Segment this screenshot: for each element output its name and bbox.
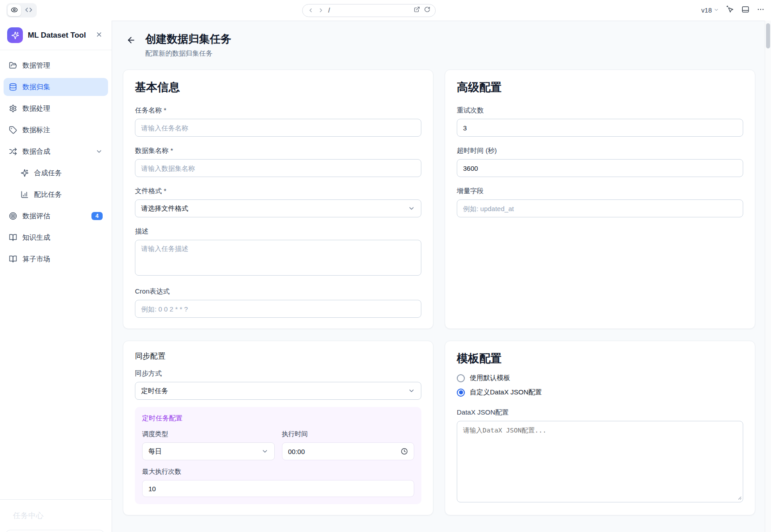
exec-time-label: 执行时间 (282, 430, 415, 438)
url-bar[interactable]: / (302, 4, 436, 17)
arrow-left-icon (126, 35, 136, 46)
sync-config-card: 同步配置 同步方式 定时任务 定时任务配置 调度类型 每日 (123, 341, 433, 515)
schedule-config-panel: 定时任务配置 调度类型 每日 执行时间 00:00 (135, 407, 421, 504)
sidebar-close-button[interactable] (94, 29, 104, 41)
sync-mode-label: 同步方式 (135, 369, 421, 378)
schedule-type-value: 每日 (148, 447, 162, 456)
template-config-card: 模板配置 使用默认模板 自定义DataX JSON配置 DataX JSON配置 (445, 341, 755, 515)
task-center-panel[interactable] (5, 530, 104, 532)
exec-time-value: 00:00 (288, 448, 305, 455)
sidebar-item-data-collection[interactable]: 数据归集 (4, 78, 108, 96)
sparkles-icon (21, 169, 29, 177)
more-menu-icon[interactable] (757, 5, 765, 15)
chevron-down-icon (714, 7, 719, 14)
cron-label: Cron表达式 (135, 287, 421, 296)
datax-json-textarea[interactable] (457, 421, 743, 502)
cron-input[interactable] (135, 300, 421, 318)
shuffle-icon (9, 147, 17, 156)
sidebar-item-data-management[interactable]: 数据管理 (4, 56, 108, 74)
select-element-icon[interactable] (726, 5, 734, 15)
resize-handle-icon[interactable] (736, 493, 741, 502)
sidebar-footer: 任务中心 (0, 499, 112, 532)
app-title: ML Dataset Tool (28, 31, 89, 40)
refresh-icon[interactable] (424, 6, 430, 14)
radio-default-template[interactable]: 使用默认模板 (457, 374, 743, 382)
description-textarea[interactable] (135, 240, 421, 276)
max-runs-input[interactable] (142, 480, 414, 497)
file-format-select[interactable]: 请选择文件格式 (135, 199, 421, 217)
target-icon (9, 212, 17, 220)
schedule-type-select[interactable]: 每日 (142, 442, 275, 460)
task-name-label: 任务名称 * (135, 106, 421, 115)
sidebar-item-label: 数据合成 (22, 147, 90, 156)
eval-count-badge: 4 (91, 212, 103, 221)
back-button[interactable] (123, 33, 139, 49)
sidebar-item-data-synthesis[interactable]: 数据合成 (4, 143, 108, 160)
sidebar-item-label: 数据归集 (22, 82, 103, 92)
chevron-down-icon (408, 205, 415, 212)
radio-custom-label: 自定义DataX JSON配置 (470, 388, 542, 397)
folder-icon (9, 61, 17, 69)
sidebar-item-label: 算子市场 (22, 255, 103, 264)
basic-info-title: 基本信息 (135, 80, 421, 95)
radio-default-label: 使用默认模板 (470, 374, 510, 382)
close-icon (95, 31, 103, 39)
sidebar-item-data-annotation[interactable]: 数据标注 (4, 121, 108, 139)
app-logo-sparkles-icon (7, 27, 23, 43)
main-content: 创建数据归集任务 配置新的数据归集任务 基本信息 任务名称 * 数据集名称 * … (112, 21, 765, 532)
code-toggle-button[interactable] (22, 4, 35, 16)
tag-icon (9, 126, 17, 134)
scrollbar-thumb[interactable] (766, 23, 770, 48)
sync-config-title: 同步配置 (135, 351, 421, 361)
advanced-config-card: 高级配置 重试次数 超时时间 (秒) 增量字段 (445, 69, 755, 329)
nav-forward-icon[interactable] (318, 7, 324, 13)
sidebar-item-label: 合成任务 (34, 169, 103, 178)
preview-toggle-button[interactable] (8, 4, 21, 16)
sync-mode-select[interactable]: 定时任务 (135, 382, 421, 400)
sidebar-item-operator-market[interactable]: 算子市场 (4, 250, 108, 268)
page-header: 创建数据归集任务 配置新的数据归集任务 (123, 32, 765, 58)
exec-time-input[interactable]: 00:00 (282, 442, 415, 460)
sidebar-item-ratio-tasks[interactable]: 配比任务 (4, 186, 108, 203)
nav-back-icon[interactable] (308, 7, 314, 13)
retry-count-input[interactable] (457, 119, 743, 137)
sidebar-item-data-processing[interactable]: 数据处理 (4, 99, 108, 117)
task-center-label: 任务中心 (13, 510, 43, 521)
sidebar-item-synthesis-tasks[interactable]: 合成任务 (4, 164, 108, 182)
sidebar-item-label: 数据处理 (22, 104, 103, 113)
radio-selected-icon (457, 389, 465, 397)
page-title: 创建数据归集任务 (145, 32, 231, 46)
timeout-input[interactable] (457, 159, 743, 177)
template-config-title: 模板配置 (457, 351, 743, 366)
view-toggle-group (6, 3, 37, 17)
sidebar-item-data-evaluation[interactable]: 数据评估 4 (4, 207, 108, 225)
sidebar-nav: 数据管理 数据归集 数据处理 数据标注 数据合成 合成任务 (0, 50, 112, 268)
url-path[interactable]: / (328, 7, 330, 14)
dataset-name-label: 数据集名称 * (135, 147, 421, 155)
sidebar: ML Dataset Tool 数据管理 数据归集 数据处理 数据标注 (0, 21, 112, 532)
schedule-config-title: 定时任务配置 (142, 414, 414, 423)
retry-count-label: 重试次数 (457, 106, 743, 115)
topbar-actions: v18 (702, 5, 765, 15)
incremental-field-input[interactable] (457, 199, 743, 217)
dataset-name-input[interactable] (135, 159, 421, 177)
file-format-label: 文件格式 * (135, 187, 421, 195)
open-external-icon[interactable] (414, 6, 420, 14)
sidebar-item-knowledge-generation[interactable]: 知识生成 (4, 229, 108, 247)
book-open-icon (9, 234, 17, 242)
gear-icon (9, 104, 17, 112)
advanced-config-title: 高级配置 (457, 80, 743, 95)
panel-layout-icon[interactable] (741, 5, 749, 15)
task-name-input[interactable] (135, 119, 421, 137)
eye-icon (11, 6, 18, 15)
chevron-down-icon (408, 387, 415, 394)
vertical-scrollbar[interactable] (765, 21, 771, 532)
description-label: 描述 (135, 227, 421, 236)
bar-chart-icon (21, 190, 29, 199)
chevron-down-icon (261, 448, 269, 455)
version-dropdown[interactable]: v18 (702, 7, 719, 14)
radio-custom-datax[interactable]: 自定义DataX JSON配置 (457, 388, 743, 397)
book-open-icon (9, 255, 17, 263)
file-format-value: 请选择文件格式 (141, 204, 188, 213)
radio-unselected-icon (457, 374, 465, 382)
